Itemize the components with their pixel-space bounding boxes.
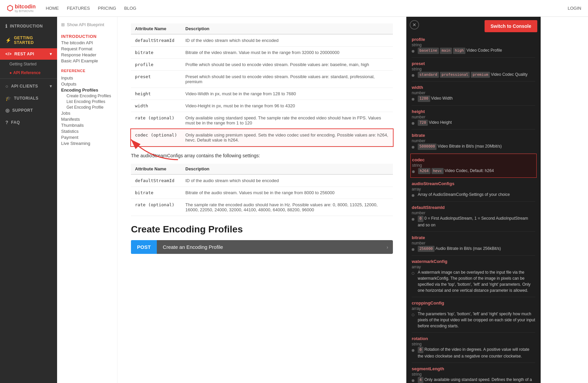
intro-link-2[interactable]: Response Header xyxy=(61,52,113,57)
rp-row: 256000Audio Bitrate in Bit/s (max 256kBi… xyxy=(412,245,535,252)
intro-link-3[interactable]: Basic API Example xyxy=(61,58,113,63)
sidebar-item-tutorials[interactable]: 🎓 TUTORIALS xyxy=(0,92,57,104)
attr-desc: ID of the video stream which should be e… xyxy=(181,34,393,47)
ref-link-6[interactable]: Jobs xyxy=(61,111,113,116)
attr-name: bitrate xyxy=(131,47,181,59)
audio-text: The audioStreamConfigs array contains th… xyxy=(131,153,393,158)
ref-link-5[interactable]: Get Encoding Profile xyxy=(61,105,113,110)
logo: ⬡ bitcodin by BITMOVIN xyxy=(7,4,36,13)
rp-name: bitrate xyxy=(412,133,535,138)
show-blueprint-btn[interactable]: ⊞ Show API Blueprint xyxy=(61,22,113,27)
content-area: ⊞ Show API Blueprint INTRODUCTION The bi… xyxy=(57,17,588,383)
ref-link-2[interactable]: Encoding Profiles xyxy=(61,88,113,93)
sidebar-item-rest-api[interactable]: </> REST API ▾ xyxy=(0,48,57,60)
post-label: Create an Encoding Profile xyxy=(157,240,382,254)
rp-item: rotation string 0Rotation of the video i… xyxy=(412,333,535,363)
create-title: Create Encoding Profiles xyxy=(131,224,393,235)
intro-link-0[interactable]: The bitcodin API xyxy=(61,40,113,45)
sidebar-sub-api-reference[interactable]: ● API Reference xyxy=(0,68,57,77)
nav-pricing[interactable]: PRICING xyxy=(98,6,116,11)
ref-link-7[interactable]: Manifests xyxy=(61,117,113,122)
sidebar-item-faq[interactable]: ? FAQ xyxy=(0,116,57,128)
col-header-desc: Description xyxy=(181,23,393,34)
rp-row: h264hevcVideo Codec, Default: h264 xyxy=(412,168,535,174)
rp-badge: 0 xyxy=(418,216,423,222)
sidebar-item-introduction[interactable]: ℹ INTRODUCTION xyxy=(0,20,57,32)
table-row: heightVideo-Width in px, must be in the … xyxy=(131,88,393,100)
bolt-icon: ⚡ xyxy=(5,38,11,43)
ref-link-1[interactable]: Outputs xyxy=(61,81,113,87)
close-icon: ✕ xyxy=(412,22,416,28)
ref-link-3[interactable]: Create Encoding Profiles xyxy=(61,94,113,98)
rest-api-arrow: ▾ xyxy=(50,52,52,56)
switch-console-button[interactable]: Switch to Console xyxy=(485,20,537,32)
rp-item: watermarkConfig array A watermark image … xyxy=(412,256,535,297)
table-row: rate (optional)Only available using stan… xyxy=(131,112,393,129)
rp-dot-wrapper xyxy=(412,270,414,276)
sidebar-item-support[interactable]: ◎ SUPPORT xyxy=(0,104,57,116)
rp-dot-filled xyxy=(412,349,414,352)
rp-name: rotation xyxy=(412,336,535,341)
ref-link-11[interactable]: Live Streaming xyxy=(61,141,113,146)
post-method: POST xyxy=(131,240,157,254)
rp-row: The parameters 'top', 'bottom', 'left' a… xyxy=(412,311,535,329)
ref-link-0[interactable]: Inputs xyxy=(61,75,113,80)
rp-item: profile string baselinemainhighVideo Cod… xyxy=(412,34,535,58)
logo-sub: by BITMOVIN xyxy=(15,10,36,13)
rp-row: A watermark image can be overlayed to th… xyxy=(412,269,535,293)
rp-name: codec xyxy=(412,157,535,162)
rp-type: string xyxy=(412,342,535,346)
ref-link-4[interactable]: List Encoding Profiles xyxy=(61,99,113,104)
rp-desc: A watermark image can be overlayed to th… xyxy=(418,269,535,293)
rp-type: number xyxy=(412,241,535,245)
rp-dot-wrapper xyxy=(412,144,414,150)
rp-row: 00 = First AudioInputStream, 1 = Second … xyxy=(412,215,535,228)
rp-name: segmentLength xyxy=(412,366,535,371)
attr-desc: Bitrate of the audio stream. Values must… xyxy=(181,187,393,199)
rp-item: height number 720Video Height xyxy=(412,106,535,130)
rp-name: watermarkConfig xyxy=(412,259,535,264)
close-button[interactable]: ✕ xyxy=(410,20,419,30)
attr-name: preset xyxy=(131,71,181,88)
ref-link-9[interactable]: Statistics xyxy=(61,129,113,134)
top-nav: ⬡ bitcodin by BITMOVIN HOME FEATURES PRI… xyxy=(0,0,588,17)
rp-desc: 256000Audio Bitrate in Bit/s (max 256kBi… xyxy=(418,245,501,252)
rp-badge: standard xyxy=(418,72,439,78)
rp-type: array xyxy=(412,306,535,311)
rp-dot-wrapper xyxy=(412,120,414,126)
rp-dot-wrapper xyxy=(412,378,414,383)
rp-dot-filled xyxy=(412,146,414,149)
faq-icon: ? xyxy=(5,120,8,125)
nav-features[interactable]: FEATURES xyxy=(67,6,90,11)
main-attr-table: Attribute Name Description defaultStream… xyxy=(131,23,393,146)
rp-dot-filled xyxy=(412,170,415,173)
rp-badge: professional xyxy=(440,72,470,78)
rp-dot-filled xyxy=(412,218,414,221)
nav-login[interactable]: LOGIN xyxy=(568,6,581,11)
rp-badge: 1280 xyxy=(418,96,430,102)
rp-dot-wrapper xyxy=(412,312,414,317)
rp-name: preset xyxy=(412,61,535,66)
sidebar-sub-getting-started[interactable]: Getting Started xyxy=(0,60,57,68)
audio-col-desc: Description xyxy=(181,164,393,174)
ref-link-8[interactable]: Thumbnails xyxy=(61,123,113,128)
api-clients-arrow: ▾ xyxy=(50,84,52,89)
rp-badge: 720 xyxy=(418,120,428,126)
blueprint-icon: ⊞ xyxy=(61,22,65,27)
rp-type: number xyxy=(412,211,535,215)
ref-link-10[interactable]: Payment xyxy=(61,135,113,140)
attr-desc: ID of the audio stream which should be e… xyxy=(181,174,393,187)
attr-name: rate (optional) xyxy=(131,112,181,129)
rp-dot-empty xyxy=(412,314,414,316)
intro-link-1[interactable]: Request Format xyxy=(61,46,113,51)
post-bar[interactable]: POST Create an Encoding Profile › xyxy=(131,240,393,254)
nav-blog[interactable]: BLOG xyxy=(124,6,136,11)
nav-links: HOME FEATURES PRICING BLOG xyxy=(46,6,568,11)
nav-home[interactable]: HOME xyxy=(46,6,59,11)
rp-dot-wrapper xyxy=(412,72,414,78)
rp-name: croppingConfig xyxy=(412,300,535,306)
attr-name: defaultStreamId xyxy=(131,174,181,187)
sidebar-item-getting-started[interactable]: ⚡ GETTING STARTED xyxy=(0,32,57,48)
sidebar-item-api-clients[interactable]: ○ API CLIENTS ▾ xyxy=(0,80,57,92)
table-row: codec (optional)Only available using pre… xyxy=(131,129,393,146)
